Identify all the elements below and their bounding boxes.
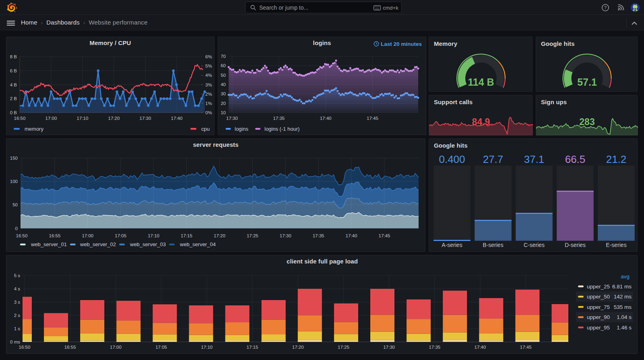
svg-text:17:05: 17:05 <box>115 233 126 238</box>
svg-text:16:55: 16:55 <box>49 233 61 238</box>
svg-text:17:40: 17:40 <box>171 116 183 121</box>
svg-text:16:50: 16:50 <box>16 233 28 238</box>
svg-text:1 s: 1 s <box>14 326 21 331</box>
svg-text:17:05: 17:05 <box>155 345 167 350</box>
svg-text:17:30: 17:30 <box>383 345 395 350</box>
svg-text:3 s: 3 s <box>14 300 21 304</box>
svg-text:memory: memory <box>25 126 43 132</box>
svg-text:17:10: 17:10 <box>201 345 213 350</box>
svg-text:2 B: 2 B <box>10 96 17 101</box>
svg-text:6.81 ms: 6.81 ms <box>612 284 632 290</box>
svg-text:21.2: 21.2 <box>606 153 627 165</box>
svg-text:B-series: B-series <box>483 242 503 248</box>
svg-text:0: 0 <box>15 226 18 231</box>
svg-text:84.9: 84.9 <box>472 117 490 127</box>
svg-text:70: 70 <box>221 54 226 59</box>
svg-text:20: 20 <box>221 101 226 106</box>
svg-text:535 ms: 535 ms <box>614 304 632 310</box>
svg-text:30: 30 <box>221 91 226 96</box>
svg-text:17:30: 17:30 <box>226 116 238 121</box>
svg-text:17:00: 17:00 <box>110 345 122 350</box>
svg-text:0 ms: 0 ms <box>10 339 20 344</box>
svg-text:150: 150 <box>10 156 18 160</box>
svg-text:16:50: 16:50 <box>14 116 26 121</box>
svg-text:17:30: 17:30 <box>140 116 151 121</box>
svg-text:17:00: 17:00 <box>45 116 57 121</box>
svg-text:4 B: 4 B <box>10 82 17 87</box>
svg-text:17:15: 17:15 <box>247 345 258 350</box>
svg-text:17:20: 17:20 <box>108 116 120 121</box>
svg-text:upper_50: upper_50 <box>587 294 610 300</box>
svg-text:66.5: 66.5 <box>565 153 586 165</box>
svg-text:4%: 4% <box>205 73 212 78</box>
svg-text:50: 50 <box>221 73 226 78</box>
svg-text:upper_75: upper_75 <box>587 304 610 310</box>
svg-text:17:40: 17:40 <box>320 116 332 121</box>
svg-text:0.400: 0.400 <box>439 153 465 165</box>
svg-text:60: 60 <box>221 63 226 68</box>
svg-text:16:55: 16:55 <box>64 345 76 350</box>
svg-text:5%: 5% <box>205 64 212 68</box>
svg-text:17:10: 17:10 <box>77 116 89 121</box>
svg-text:web_server_04: web_server_04 <box>180 241 216 247</box>
svg-text:C-series: C-series <box>524 242 545 248</box>
svg-text:web_server_02: web_server_02 <box>80 241 116 247</box>
svg-text:17:20: 17:20 <box>292 345 304 350</box>
svg-text:E-series: E-series <box>606 242 626 248</box>
svg-text:A-series: A-series <box>442 242 462 248</box>
svg-text:17:35: 17:35 <box>313 233 324 238</box>
svg-text:57.1: 57.1 <box>577 76 597 88</box>
svg-text:17:15: 17:15 <box>181 233 192 238</box>
svg-text:?: ? <box>604 5 607 10</box>
svg-text:2 s: 2 s <box>14 313 21 318</box>
svg-text:10: 10 <box>221 110 226 115</box>
svg-text:16:50: 16:50 <box>19 345 31 350</box>
svg-text:D-series: D-series <box>565 242 586 248</box>
svg-text:3%: 3% <box>205 82 212 87</box>
svg-text:6%: 6% <box>205 54 212 59</box>
svg-text:1.46 s: 1.46 s <box>617 325 632 331</box>
svg-text:17:45: 17:45 <box>367 116 378 121</box>
svg-text:2%: 2% <box>205 92 212 97</box>
svg-text:283: 283 <box>579 117 594 127</box>
svg-text:17:30: 17:30 <box>280 233 291 238</box>
svg-text:4 s: 4 s <box>14 286 21 291</box>
svg-text:17:35: 17:35 <box>273 116 285 121</box>
svg-text:17:20: 17:20 <box>214 233 225 238</box>
svg-text:upper_25: upper_25 <box>587 284 610 290</box>
svg-text:1%: 1% <box>205 101 212 106</box>
svg-text:0 B: 0 B <box>10 110 17 115</box>
svg-text:17:35: 17:35 <box>429 345 440 350</box>
svg-text:8 B: 8 B <box>10 54 17 59</box>
svg-text:50: 50 <box>12 202 18 207</box>
svg-text:17:40: 17:40 <box>475 345 486 350</box>
svg-text:17:45: 17:45 <box>520 345 532 350</box>
svg-text:avg: avg <box>621 274 630 280</box>
svg-text:5 s: 5 s <box>14 273 21 278</box>
svg-text:114 B: 114 B <box>468 76 494 88</box>
svg-text:17:00: 17:00 <box>82 233 93 238</box>
svg-text:17:10: 17:10 <box>148 233 159 238</box>
svg-text:17:40: 17:40 <box>346 233 357 238</box>
svg-text:142 ms: 142 ms <box>614 294 632 300</box>
svg-text:logins: logins <box>235 126 248 132</box>
svg-text:100: 100 <box>10 179 18 184</box>
svg-text:web_server_01: web_server_01 <box>31 241 67 247</box>
svg-text:17:25: 17:25 <box>247 233 258 238</box>
svg-text:40: 40 <box>221 82 226 87</box>
svg-text:logins (-1 hour): logins (-1 hour) <box>264 126 299 132</box>
svg-text:upper_95: upper_95 <box>587 325 610 331</box>
svg-text:6 B: 6 B <box>10 68 17 73</box>
svg-text:27.7: 27.7 <box>483 153 504 165</box>
svg-text:cpu: cpu <box>201 126 210 132</box>
svg-text:17:45: 17:45 <box>379 233 390 238</box>
svg-text:upper_90: upper_90 <box>587 314 610 320</box>
svg-text:1.04 s: 1.04 s <box>617 314 632 320</box>
svg-text:17:25: 17:25 <box>338 345 349 350</box>
svg-text:web_server_03: web_server_03 <box>130 241 166 247</box>
svg-text:37.1: 37.1 <box>524 153 545 165</box>
svg-text:0%: 0% <box>205 110 212 115</box>
